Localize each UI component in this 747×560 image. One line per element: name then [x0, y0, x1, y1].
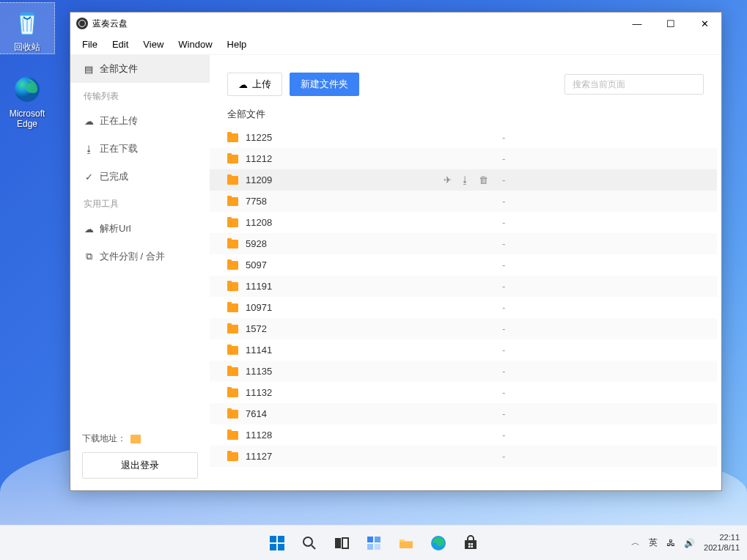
- taskbar-widgets[interactable]: [359, 528, 389, 558]
- folder-icon: [227, 133, 238, 142]
- toolbar: ☁ 上传 新建文件夹: [210, 55, 721, 108]
- minimize-button[interactable]: —: [620, 12, 654, 34]
- file-row[interactable]: 11127✈⭳🗑-: [210, 446, 717, 467]
- file-row[interactable]: 11132✈⭳🗑-: [210, 382, 717, 403]
- svg-rect-13: [468, 543, 471, 545]
- file-list[interactable]: 11225✈⭳🗑-11212✈⭳🗑-11209✈⭳🗑-7758✈⭳🗑-11208…: [210, 127, 717, 486]
- sidebar-item-all-files[interactable]: ▤ 全部文件: [70, 55, 210, 83]
- file-row[interactable]: 11212✈⭳🗑-: [210, 148, 717, 169]
- svg-rect-7: [375, 537, 380, 542]
- file-name: 5097: [246, 259, 444, 270]
- svg-point-2: [303, 537, 312, 546]
- delete-icon[interactable]: 🗑: [479, 174, 488, 185]
- menu-file[interactable]: File: [75, 36, 105, 53]
- file-row[interactable]: 11225✈⭳🗑-: [210, 127, 717, 148]
- file-row[interactable]: 7614✈⭳🗑-: [210, 403, 717, 424]
- svg-rect-9: [375, 544, 380, 550]
- menu-window[interactable]: Window: [171, 36, 219, 53]
- sidebar-item-uploading[interactable]: ☁ 正在上传: [70, 107, 210, 135]
- menu-help[interactable]: Help: [220, 36, 254, 53]
- file-name: 11208: [246, 217, 444, 228]
- file-size: -: [502, 345, 505, 355]
- sidebar-item-completed[interactable]: ✓ 已完成: [70, 163, 210, 191]
- edge-icon: [11, 73, 43, 106]
- file-row[interactable]: 7758✈⭳🗑-: [210, 191, 717, 212]
- file-row[interactable]: 11141✈⭳🗑-: [210, 339, 717, 361]
- app-window: 蓝奏云盘 — ☐ ✕ File Edit View Window Help ▤ …: [70, 12, 722, 491]
- tray-date: 2021/8/11: [704, 543, 740, 553]
- desktop-icon-recycle-bin[interactable]: 回收站: [0, 3, 54, 54]
- new-folder-button[interactable]: 新建文件夹: [290, 73, 359, 96]
- folder-icon: [130, 435, 141, 443]
- folder-icon: [227, 431, 238, 440]
- sidebar-item-parse-url[interactable]: ☁ 解析Url: [70, 215, 210, 243]
- maximize-button[interactable]: ☐: [654, 12, 688, 34]
- file-size: -: [502, 196, 505, 207]
- svg-rect-8: [367, 544, 373, 550]
- menu-edit[interactable]: Edit: [105, 36, 136, 53]
- desktop-icon-label: 回收站: [0, 41, 54, 54]
- file-name: 7758: [246, 196, 444, 207]
- file-size: -: [502, 323, 505, 334]
- edge-icon: [430, 534, 447, 552]
- logout-button[interactable]: 退出登录: [82, 452, 198, 479]
- taskbar: ︿ 英 🖧 🔊 22:11 2021/8/11: [0, 525, 747, 560]
- search-input[interactable]: [564, 74, 704, 95]
- taskbar-store[interactable]: [456, 528, 485, 558]
- sidebar-item-label: 全部文件: [100, 62, 138, 75]
- taskbar-edge[interactable]: [424, 528, 453, 558]
- menu-view[interactable]: View: [136, 36, 171, 53]
- file-row[interactable]: 11209✈⭳🗑-: [210, 169, 717, 191]
- files-icon: ▤: [84, 64, 94, 75]
- file-size: -: [502, 281, 505, 292]
- share-icon[interactable]: ✈: [444, 174, 452, 185]
- file-row[interactable]: 1572✈⭳🗑-: [210, 318, 717, 339]
- file-size: -: [502, 302, 505, 313]
- file-name: 11209: [246, 174, 444, 185]
- tray-network-icon[interactable]: 🖧: [666, 538, 675, 548]
- tray-volume-icon[interactable]: 🔊: [684, 538, 695, 548]
- sidebar-item-file-split[interactable]: ⧉ 文件分割 / 合并: [70, 243, 210, 270]
- file-size: -: [502, 153, 505, 164]
- sidebar-header-tools: 实用工具: [70, 191, 210, 215]
- file-name: 11191: [246, 281, 444, 292]
- file-row[interactable]: 5928✈⭳🗑-: [210, 233, 717, 254]
- svg-rect-10: [400, 542, 413, 548]
- file-row[interactable]: 10971✈⭳🗑-: [210, 297, 717, 318]
- breadcrumb[interactable]: 全部文件: [210, 108, 721, 127]
- sidebar-item-label: 已完成: [100, 170, 128, 183]
- file-row[interactable]: 5097✈⭳🗑-: [210, 254, 717, 276]
- start-button[interactable]: [262, 528, 292, 558]
- folder-icon: [227, 240, 238, 248]
- taskbar-search[interactable]: [295, 528, 324, 558]
- file-row[interactable]: 11191✈⭳🗑-: [210, 276, 717, 297]
- folder-icon: [227, 346, 238, 355]
- close-button[interactable]: ✕: [688, 12, 721, 34]
- taskbar-taskview[interactable]: [327, 528, 356, 558]
- file-size: -: [502, 366, 505, 377]
- taskbar-explorer[interactable]: [391, 528, 421, 558]
- file-row[interactable]: 11208✈⭳🗑-: [210, 212, 717, 233]
- file-name: 11141: [246, 345, 444, 355]
- file-name: 11135: [246, 366, 444, 377]
- folder-icon: [227, 282, 238, 291]
- file-name: 7614: [246, 408, 444, 419]
- sidebar-item-downloading[interactable]: ⭳ 正在下载: [70, 135, 210, 163]
- tray-chevron-up-icon[interactable]: ︿: [631, 537, 640, 549]
- titlebar[interactable]: 蓝奏云盘 — ☐ ✕: [70, 12, 721, 34]
- folder-icon: [227, 218, 238, 227]
- file-row[interactable]: 11135✈⭳🗑-: [210, 361, 717, 382]
- file-name: 11225: [246, 132, 444, 143]
- file-size: -: [502, 174, 505, 185]
- upload-button[interactable]: ☁ 上传: [227, 73, 282, 96]
- desktop-icon-edge[interactable]: Microsoft Edge: [0, 70, 54, 129]
- file-row[interactable]: 11128✈⭳🗑-: [210, 424, 717, 446]
- folder-icon: [227, 367, 238, 376]
- link-icon: ☁: [84, 224, 94, 235]
- download-icon[interactable]: ⭳: [460, 174, 470, 185]
- tray-ime[interactable]: 英: [649, 537, 658, 549]
- download-addr-row[interactable]: 下载地址：: [82, 432, 198, 445]
- svg-rect-12: [465, 540, 476, 549]
- sidebar-item-label: 解析Url: [100, 222, 131, 235]
- tray-clock[interactable]: 22:11 2021/8/11: [704, 533, 740, 552]
